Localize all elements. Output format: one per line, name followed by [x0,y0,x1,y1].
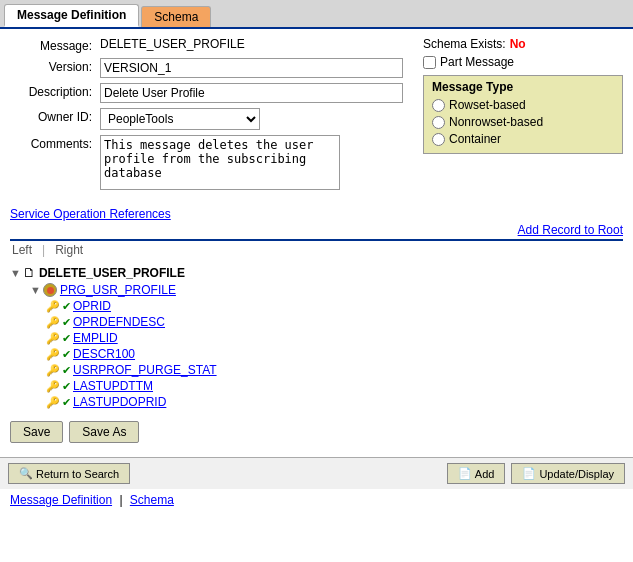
key-icon: 🔑 [46,332,60,345]
footer-links: Message Definition | Schema [0,489,633,511]
radio-rowset-label: Rowset-based [449,98,526,112]
footer-message-def-link[interactable]: Message Definition [10,493,112,507]
tree-item: 🔑 ✔ LASTUPDTTM [46,379,623,393]
check-icon: ✔ [62,364,71,377]
tree-item: 🔑 ✔ LASTUPDOPRID [46,395,623,409]
owner-id-select[interactable]: PeopleTools [100,108,260,130]
version-field [100,58,403,78]
comments-label: Comments: [10,135,100,151]
radio-nonrowset-based[interactable] [432,116,445,129]
add-button[interactable]: 📄 Add [447,463,506,484]
radio-rowset: Rowset-based [432,98,614,112]
tree-field-link[interactable]: DESCR100 [73,347,135,361]
comments-field: This message deletes the user profile fr… [100,135,403,190]
save-as-button[interactable]: Save As [69,421,139,443]
owner-id-row: Owner ID: PeopleTools [10,108,403,130]
tree-children: ▼ PRG_USR_PROFILE 🔑 ✔ OPRID 🔑 ✔ OPRDEFND… [10,283,623,409]
add-record-row: Add Record to Root [10,223,623,237]
group-expand-icon[interactable]: ▼ [30,284,41,296]
key-icon: 🔑 [46,300,60,313]
key-icon: 🔑 [46,380,60,393]
message-row: Message: DELETE_USER_PROFILE [10,37,403,53]
tree-expand-icon[interactable]: ▼ [10,267,21,279]
key-icon: 🔑 [46,364,60,377]
tree-group-link[interactable]: PRG_USR_PROFILE [60,283,176,297]
tree-item: 🔑 ✔ EMPLID [46,331,623,345]
left-tab[interactable]: Left [10,243,34,257]
message-type-title: Message Type [432,80,614,94]
comments-row: Comments: This message deletes the user … [10,135,403,190]
check-icon: ✔ [62,316,71,329]
schema-exists-row: Schema Exists: No [423,37,623,51]
comments-textarea[interactable]: This message deletes the user profile fr… [100,135,340,190]
footer-link-separator: | [119,493,125,507]
check-icon: ✔ [62,380,71,393]
description-input[interactable] [100,83,403,103]
radio-nonrowset-label: Nonrowset-based [449,115,543,129]
description-label: Description: [10,83,100,99]
update-icon: 📄 [522,467,536,480]
key-icon: 🔑 [46,348,60,361]
tabs-bar: Message Definition Schema [0,0,633,29]
part-message-row: Part Message [423,55,623,69]
owner-id-field: PeopleTools [100,108,403,130]
return-to-search-button[interactable]: 🔍 Return to Search [8,463,130,484]
key-icon: 🔑 [46,316,60,329]
part-message-checkbox[interactable] [423,56,436,69]
tree-field-link[interactable]: LASTUPDTTM [73,379,153,393]
service-op-references-link[interactable]: Service Operation References [10,207,171,221]
save-button[interactable]: Save [10,421,63,443]
add-record-to-root-link[interactable]: Add Record to Root [518,223,623,237]
message-value: DELETE_USER_PROFILE [100,37,403,51]
tree-child-group: 🔑 ✔ OPRID 🔑 ✔ OPRDEFNDESC 🔑 ✔ EMPLID [30,299,623,409]
form-section: Message: DELETE_USER_PROFILE Version: De… [10,37,623,195]
tab-schema[interactable]: Schema [141,6,211,27]
radio-container: Container [432,132,614,146]
description-field [100,83,403,103]
message-label: Message: [10,37,100,53]
tree-root-label: DELETE_USER_PROFILE [39,266,185,280]
check-icon: ✔ [62,300,71,313]
description-row: Description: [10,83,403,103]
update-display-button[interactable]: 📄 Update/Display [511,463,625,484]
check-icon: ✔ [62,332,71,345]
radio-container-label: Container [449,132,501,146]
schema-exists-label: Schema Exists: [423,37,506,51]
right-tab[interactable]: Right [53,243,85,257]
schema-exists-value: No [510,37,526,51]
version-label: Version: [10,58,100,74]
radio-rowset-based[interactable] [432,99,445,112]
tree-item: 🔑 ✔ DESCR100 [46,347,623,361]
form-left: Message: DELETE_USER_PROFILE Version: De… [10,37,403,195]
key-icon: 🔑 [46,396,60,409]
footer-right: 📄 Add 📄 Update/Display [447,463,625,484]
check-icon: ✔ [62,348,71,361]
radio-nonrowset: Nonrowset-based [432,115,614,129]
footer-bar: 🔍 Return to Search 📄 Add 📄 Update/Displa… [0,457,633,489]
check-icon: ✔ [62,396,71,409]
left-right-tabs: Left | Right [10,243,623,257]
db-icon [43,283,57,297]
version-input[interactable] [100,58,403,78]
version-row: Version: [10,58,403,78]
footer-left: 🔍 Return to Search [8,463,130,484]
page-icon: 🗋 [23,265,36,280]
tree-area: ▼ 🗋 DELETE_USER_PROFILE ▼ PRG_USR_PROFIL… [10,261,623,415]
left-right-bar: Left | Right [10,239,623,261]
footer-schema-link[interactable]: Schema [130,493,174,507]
bottom-buttons: Save Save As [10,421,623,443]
tree-field-link[interactable]: USRPROF_PURGE_STAT [73,363,217,377]
tree-item: 🔑 ✔ USRPROF_PURGE_STAT [46,363,623,377]
tab-message-definition[interactable]: Message Definition [4,4,139,27]
part-message-label: Part Message [440,55,514,69]
tree-field-link[interactable]: LASTUPDOPRID [73,395,166,409]
owner-id-label: Owner ID: [10,108,100,124]
tree-field-link[interactable]: OPRDEFNDESC [73,315,165,329]
tree-item: 🔑 ✔ OPRDEFNDESC [46,315,623,329]
tree-field-link[interactable]: OPRID [73,299,111,313]
tree-group-item: ▼ PRG_USR_PROFILE [30,283,623,297]
form-right: Schema Exists: No Part Message Message T… [423,37,623,195]
radio-container[interactable] [432,133,445,146]
tree-field-link[interactable]: EMPLID [73,331,118,345]
search-icon: 🔍 [19,467,33,480]
